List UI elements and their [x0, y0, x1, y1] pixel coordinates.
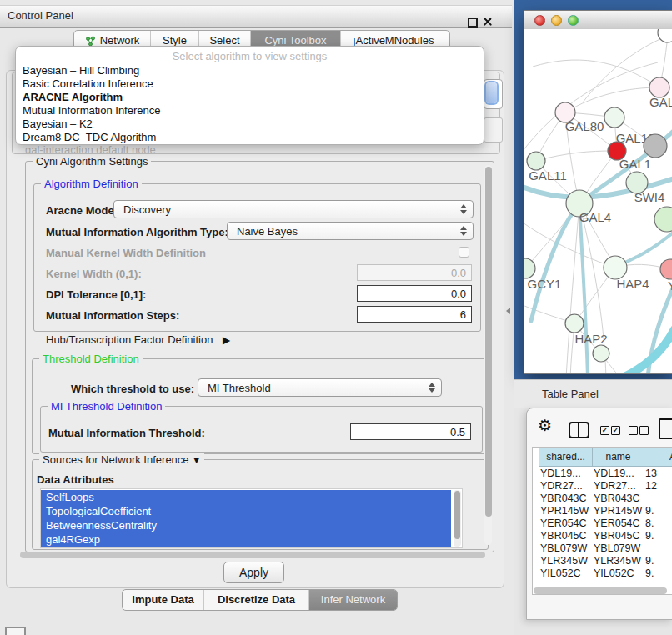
network-edges-thin — [524, 36, 668, 373]
table-row[interactable]: YPR145WYPR145W9. — [533, 505, 672, 518]
network-node-hap4[interactable] — [604, 256, 627, 279]
table-row[interactable]: YIL052CYIL052C9. — [533, 568, 672, 577]
aracne-mode-select[interactable]: Discovery — [113, 200, 474, 218]
table-combobox-edge[interactable] — [484, 118, 503, 142]
mi-threshold-label: Mutual Information Threshold: — [48, 427, 205, 439]
table-cell: YBR045C — [594, 530, 644, 542]
network-svg: GALGAL80GAL10GAL1GAL11SWI4GAL4GCY1HAP4YH… — [524, 29, 672, 373]
column-header-name[interactable]: name — [592, 448, 644, 467]
network-node-gcy1[interactable] — [524, 258, 535, 278]
table-cell: YBR043C — [594, 492, 644, 505]
app-root: Control Panel Network Style Sele — [0, 0, 672, 635]
minimized-panel-icon[interactable] — [5, 627, 26, 635]
mi-algorithm-type-select[interactable]: Naive Bayes — [227, 222, 474, 240]
table-row[interactable]: YER054CYER054C8. — [533, 518, 672, 530]
which-threshold-select[interactable]: MI Threshold — [198, 378, 442, 397]
dropdown-option[interactable]: Bayesian – K2 — [21, 118, 479, 131]
settings-scrollbar[interactable] — [484, 165, 492, 545]
unchecked-box-icon[interactable] — [639, 426, 649, 435]
table-panel-title: Table Panel — [542, 388, 599, 400]
float-window-icon[interactable] — [467, 17, 477, 27]
node-label: HAP4 — [616, 277, 649, 291]
apply-button[interactable]: Apply — [223, 562, 284, 583]
tab-discretize-data[interactable]: Discretize Data — [204, 590, 309, 610]
mi-threshold-field[interactable]: 0.5 — [350, 423, 471, 440]
table-cell: 12 — [645, 480, 672, 492]
list-item[interactable]: TopologicalCoefficient — [41, 504, 451, 518]
table-row[interactable]: YBL079WYBL079W — [533, 542, 672, 555]
table-row[interactable]: YBR045CYBR045C9. — [533, 530, 672, 542]
network-node-hap2[interactable] — [565, 314, 584, 332]
dropdown-option[interactable]: Mutual Information Inference — [21, 104, 479, 118]
table-row[interactable]: YBR043CYBR043C — [533, 492, 672, 505]
table-cell: YLR345W — [540, 555, 592, 568]
settings-horizontal-scrollbar[interactable] — [20, 552, 485, 558]
network-node[interactable] — [593, 345, 609, 362]
node-label: GAL4 — [579, 210, 611, 224]
dropdown-option-highlighted[interactable]: ARACNE Algorithm — [21, 91, 479, 104]
desktop-background: GALGAL80GAL10GAL1GAL11SWI4GAL4GCY1HAP4YH… — [514, 0, 672, 379]
control-panel-titlebar: Control Panel — [0, 5, 512, 28]
table-row[interactable]: YDR27...YDR27...12 — [533, 480, 672, 492]
zoom-traffic-light-icon[interactable] — [568, 15, 579, 26]
table-row[interactable]: YLR345WYLR345W9. — [533, 555, 672, 568]
expand-right-icon: ▶ — [223, 334, 230, 346]
table-cell: YIL052C — [594, 568, 644, 577]
node-table: shared... name A YDL19...YDL19...13YDR27… — [532, 447, 672, 595]
algorithm-dropdown: Select algorithm to view settings Bayesi… — [15, 46, 484, 145]
table-row[interactable]: YDL19...YDL19...13 — [533, 468, 672, 480]
network-node[interactable] — [654, 207, 672, 232]
network-node[interactable] — [658, 29, 672, 42]
kernel-width-field[interactable]: 0.0 — [357, 264, 472, 281]
dpi-tolerance-field[interactable]: 0.0 — [357, 285, 472, 302]
network-window-titlebar[interactable] — [524, 11, 672, 30]
mi-algorithm-type-label: Mutual Information Algorithm Type: — [46, 226, 228, 238]
dropdown-option[interactable]: Basic Correlation Inference — [21, 78, 479, 91]
bottom-tabs: Impute Data Discretize Data Infer Networ… — [122, 589, 398, 611]
sources-collapse-toggle[interactable]: Sources for Network Inference ▼ — [39, 453, 204, 466]
column-header-shared-name[interactable]: shared... — [539, 448, 592, 467]
network-node[interactable] — [644, 134, 667, 158]
network-node-y[interactable] — [660, 259, 672, 279]
node-label: GAL — [649, 95, 672, 109]
dropdown-option[interactable]: Dream8 DC_TDC Algorithm — [21, 131, 479, 144]
checked-box-icon[interactable]: ✓ — [600, 426, 609, 435]
list-item[interactable]: gal4RGexp — [41, 532, 451, 547]
column-header-partial[interactable]: A — [644, 448, 672, 467]
table-panel: ⚙ ✓ ✓ shared... name A YDL19...YDL19...1… — [526, 408, 672, 620]
columns-icon[interactable] — [569, 422, 589, 438]
tab-impute-data[interactable]: Impute Data — [123, 590, 204, 610]
mi-steps-field[interactable]: 6 — [357, 306, 472, 322]
group-title: Threshold Definition — [39, 352, 143, 365]
network-node-gal10[interactable] — [604, 108, 624, 128]
table-cell — [645, 492, 672, 505]
hub-definition-expander[interactable]: Hub/Transcription Factor Definition ▶ — [46, 333, 230, 346]
checked-box-icon[interactable]: ✓ — [611, 426, 620, 435]
table-cell: YPR145W — [594, 505, 644, 518]
list-item[interactable]: BetweennessCentrality — [41, 518, 451, 532]
table-cell: YDL19... — [540, 468, 592, 480]
table-cell — [645, 542, 672, 555]
which-threshold-label: Which threshold to use: — [71, 382, 194, 395]
table-horizontal-scrollbar[interactable] — [534, 588, 667, 594]
list-item[interactable]: SelfLoops — [41, 490, 451, 504]
table-cell: YER054C — [594, 518, 644, 530]
minimize-traffic-light-icon[interactable] — [551, 15, 562, 26]
close-icon[interactable] — [483, 17, 493, 27]
close-traffic-light-icon[interactable] — [534, 15, 545, 26]
network-node-gal11[interactable] — [527, 152, 545, 170]
unchecked-box-icon[interactable] — [629, 426, 638, 435]
manual-kernel-checkbox[interactable] — [459, 247, 469, 258]
spinner-arrows-icon — [429, 382, 434, 392]
document-icon[interactable] — [659, 418, 672, 439]
dropdown-option[interactable]: Bayesian – Hill Climbing — [21, 64, 479, 78]
panel-title: Control Panel — [8, 9, 73, 22]
gear-icon[interactable]: ⚙ — [538, 418, 552, 433]
list-scrollbar[interactable] — [454, 490, 461, 547]
splitpane-grip[interactable] — [506, 308, 510, 314]
table-cell: YLR345W — [594, 555, 644, 568]
tab-infer-network[interactable]: Infer Network — [309, 590, 397, 610]
data-attributes-list: SelfLoops TopologicalCoefficient Between… — [40, 488, 463, 548]
network-canvas[interactable]: GALGAL80GAL10GAL1GAL11SWI4GAL4GCY1HAP4YH… — [524, 29, 672, 373]
algorithm-combobox-edge[interactable] — [484, 79, 503, 109]
